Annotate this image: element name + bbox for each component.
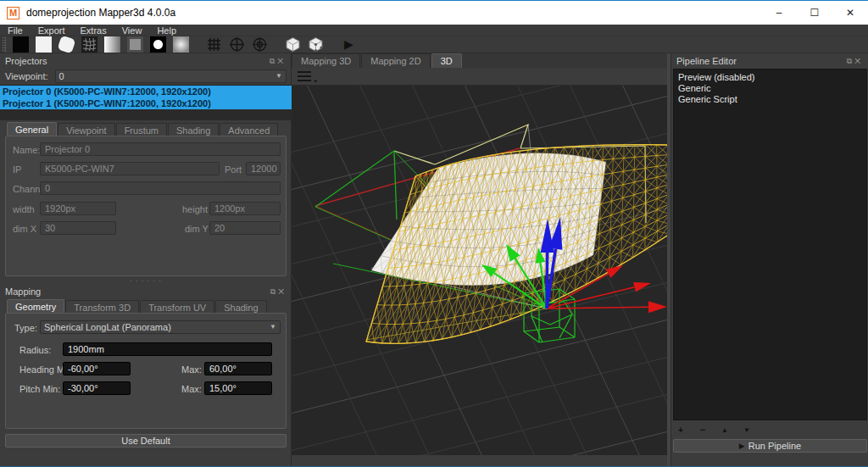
main-toolbar: ▶ bbox=[0, 36, 868, 53]
port-field[interactable]: 12000 bbox=[246, 162, 281, 175]
projectors-panel: Projectors ⧉✕ Viewpoint: 0▼ Projector 0 … bbox=[0, 53, 292, 466]
heading-max-label: Max: bbox=[181, 364, 202, 375]
mapping-panel-header: Mapping ⧉✕ bbox=[0, 284, 292, 299]
projectors-panel-title: Projectors bbox=[5, 56, 47, 66]
channel-field[interactable]: 0 bbox=[40, 181, 281, 195]
radius-field[interactable]: 1900mm bbox=[63, 342, 272, 356]
play-icon[interactable]: ▶ bbox=[341, 36, 357, 53]
name-label: Name: bbox=[13, 145, 40, 155]
radius-label: Radius: bbox=[19, 345, 51, 355]
pitch-min-field[interactable]: -30,00° bbox=[63, 381, 131, 395]
scene-canvas[interactable] bbox=[292, 86, 667, 455]
menu-bar: File Export Extras View Help bbox=[0, 25, 868, 36]
pipeline-editor-panel: Pipeline Editor ⧉✕ Preview (disabled) Ge… bbox=[670, 53, 868, 466]
use-default-button[interactable]: Use Default bbox=[5, 434, 287, 448]
shape-test-image-icon[interactable] bbox=[57, 35, 75, 53]
viewport-bottom-strip bbox=[292, 455, 667, 466]
add-pipeline-item-button[interactable]: + bbox=[675, 425, 687, 435]
projector-list-item[interactable]: Projector 1 (K5000-PC-WIN7:12000, 1920x1… bbox=[0, 97, 292, 109]
menu-view[interactable]: View bbox=[114, 25, 150, 36]
projector-list: Projector 0 (K5000-PC-WIN7:12000, 1920x1… bbox=[0, 85, 292, 120]
mapping-type-combo[interactable]: Spherical LongLat (Panorama)▼ bbox=[40, 320, 281, 334]
viewpoint-combo[interactable]: 0▼ bbox=[55, 69, 287, 83]
minimize-button[interactable]: – bbox=[761, 1, 797, 25]
tab-mapping-2d[interactable]: Mapping 2D bbox=[361, 53, 430, 68]
mapping-geometry-group: Type: Spherical LongLat (Panorama)▼ Radi… bbox=[5, 313, 287, 429]
title-bar: M domeprojection Mapper3d 4.0.0a – ☐ ✕ bbox=[0, 1, 868, 25]
pipeline-panel-title: Pipeline Editor bbox=[676, 56, 737, 66]
white-test-image-icon[interactable] bbox=[36, 36, 52, 53]
close-panel-icon[interactable]: ✕ bbox=[854, 57, 863, 65]
circle-test-image-icon[interactable] bbox=[150, 36, 166, 53]
heading-max-field[interactable]: 60,00° bbox=[204, 362, 272, 375]
pipeline-buttons: + − ▲ ▼ bbox=[675, 424, 865, 436]
move-up-button[interactable]: ▲ bbox=[719, 426, 731, 434]
name-field[interactable]: Projector 0 bbox=[40, 142, 281, 156]
mapping-panel-title: Mapping bbox=[5, 286, 41, 297]
viewpoint-label: Viewpoint: bbox=[5, 71, 48, 81]
dimy-field[interactable]: 20 bbox=[209, 221, 281, 235]
app-logo-icon: M bbox=[7, 7, 19, 19]
window-title: domeprojection Mapper3d 4.0.0a bbox=[26, 7, 175, 19]
play-icon: ▶ bbox=[739, 442, 745, 450]
projector-list-item[interactable]: Projector 0 (K5000-PC-WIN7:12000, 1920x1… bbox=[0, 86, 292, 97]
float-panel-icon[interactable]: ⧉ bbox=[847, 57, 854, 65]
projector-general-group: Name: Projector 0 IP K5000-PC-WIN7 Port … bbox=[5, 136, 287, 276]
menu-extras[interactable]: Extras bbox=[73, 25, 114, 36]
run-pipeline-button[interactable]: ▶ Run Pipeline bbox=[673, 439, 867, 453]
pipeline-panel-header: Pipeline Editor ⧉✕ bbox=[671, 53, 868, 69]
toolbar-drag-handle[interactable] bbox=[1, 37, 6, 53]
grid-overlay-icon[interactable] bbox=[206, 36, 222, 53]
viewport-toolbar bbox=[292, 68, 667, 86]
chevron-down-icon: ▼ bbox=[275, 70, 282, 82]
close-panel-icon[interactable]: ✕ bbox=[278, 287, 287, 296]
crosshair-target-alt-icon[interactable] bbox=[252, 36, 268, 53]
dimy-label: dim Y bbox=[185, 224, 209, 234]
type-label: Type: bbox=[14, 323, 37, 333]
view-options-menu-icon[interactable] bbox=[298, 71, 311, 81]
width-field[interactable]: 1920px bbox=[40, 202, 116, 215]
float-panel-icon[interactable]: ⧉ bbox=[270, 287, 278, 296]
frame-test-image-icon[interactable] bbox=[127, 36, 143, 53]
black-test-image-icon[interactable] bbox=[13, 36, 29, 53]
width-label: width bbox=[13, 204, 35, 214]
menu-export[interactable]: Export bbox=[31, 25, 73, 36]
pipeline-item[interactable]: Generic Script bbox=[678, 94, 862, 105]
gradient-test-image-icon[interactable] bbox=[104, 36, 120, 53]
pitch-max-label: Max: bbox=[181, 384, 202, 394]
menu-help[interactable]: Help bbox=[149, 25, 184, 36]
chevron-down-icon: ▼ bbox=[270, 321, 276, 333]
pitch-max-field[interactable]: 15,00° bbox=[204, 381, 272, 395]
pipeline-item[interactable]: Preview (disabled) bbox=[678, 72, 862, 83]
height-label: height bbox=[182, 204, 208, 214]
menu-file[interactable]: File bbox=[0, 25, 31, 36]
pipeline-list: Preview (disabled) Generic Generic Scrip… bbox=[673, 69, 867, 420]
pitch-min-label: Pitch Min: bbox=[19, 384, 60, 394]
tab-3d[interactable]: 3D bbox=[431, 53, 462, 68]
warped-grid-test-image-icon[interactable] bbox=[81, 36, 97, 53]
cube-control-points-icon[interactable] bbox=[308, 36, 324, 53]
heading-min-field[interactable]: -60,00° bbox=[63, 362, 131, 375]
float-panel-icon[interactable]: ⧉ bbox=[270, 57, 277, 65]
height-field[interactable]: 1200px bbox=[209, 202, 281, 215]
maximize-button[interactable]: ☐ bbox=[797, 1, 832, 25]
move-down-button[interactable]: ▼ bbox=[741, 426, 753, 434]
port-label: Port bbox=[225, 164, 242, 175]
viewport-3d: Mapping 3D Mapping 2D 3D bbox=[292, 53, 667, 466]
pipeline-item[interactable]: Generic bbox=[678, 83, 862, 94]
soft-spot-test-image-icon[interactable] bbox=[173, 36, 189, 53]
close-panel-icon[interactable]: ✕ bbox=[277, 57, 286, 65]
crosshair-target-icon[interactable] bbox=[229, 36, 245, 53]
dimx-field[interactable]: 30 bbox=[40, 221, 116, 235]
remove-pipeline-item-button[interactable]: − bbox=[697, 425, 709, 435]
dimx-label: dim X bbox=[13, 224, 36, 234]
ip-label: IP bbox=[13, 164, 21, 175]
cube-3d-icon[interactable] bbox=[285, 36, 301, 53]
close-button[interactable]: ✕ bbox=[832, 1, 868, 25]
viewport-tabs: Mapping 3D Mapping 2D 3D bbox=[292, 53, 667, 68]
tab-mapping-3d[interactable]: Mapping 3D bbox=[292, 53, 360, 68]
projectors-panel-header: Projectors ⧉✕ bbox=[0, 53, 291, 69]
ip-field[interactable]: K5000-PC-WIN7 bbox=[40, 162, 220, 175]
